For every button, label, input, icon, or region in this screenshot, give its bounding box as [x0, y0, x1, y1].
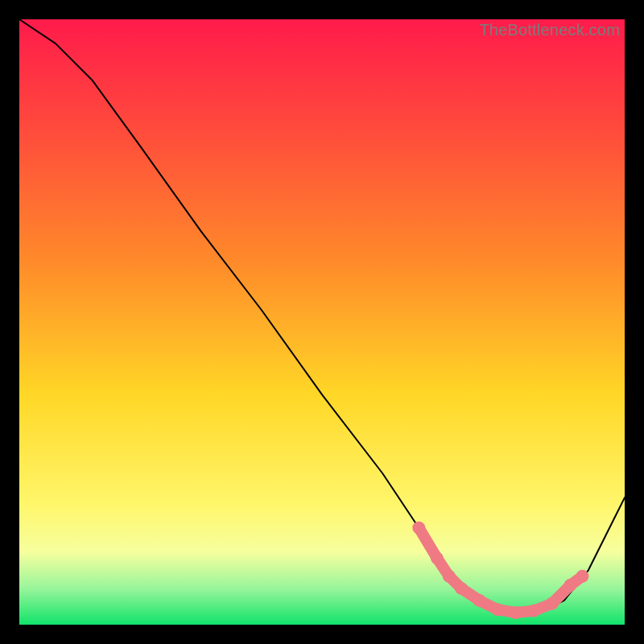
marker-dot [443, 570, 456, 583]
chart-frame: TheBottleneck.com [19, 19, 625, 625]
marker-dot [546, 597, 559, 610]
marker-dot [412, 522, 425, 535]
marker-dot [431, 551, 444, 564]
chart-svg [19, 19, 625, 625]
marker-dot [510, 606, 522, 619]
bottleneck-curve [19, 19, 625, 613]
optimal-range-markers [412, 522, 588, 619]
marker-dot [455, 582, 468, 595]
marker-dot [473, 594, 486, 607]
marker-dot [527, 605, 540, 617]
marker-dot [576, 570, 588, 583]
marker-dot [491, 603, 504, 616]
marker-dot [564, 579, 576, 592]
watermark-text: TheBottleneck.com [479, 21, 620, 39]
